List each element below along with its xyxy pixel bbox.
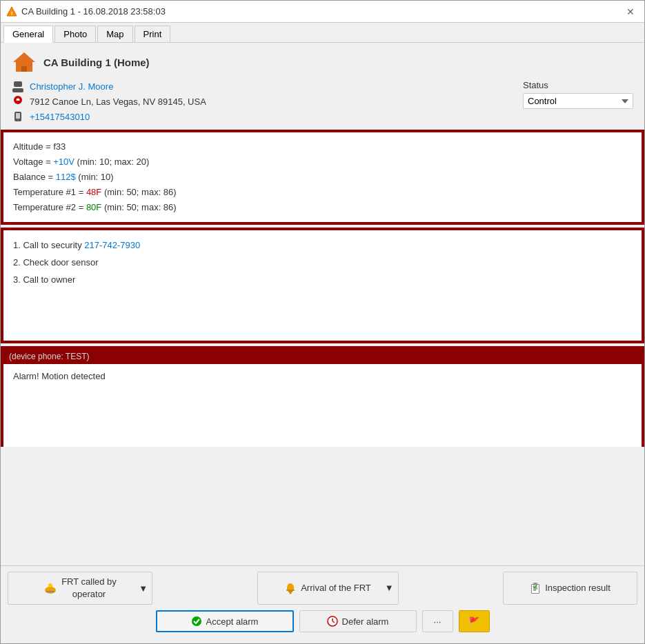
inspection-label: Inspection result xyxy=(545,583,611,593)
content-area: CA Building 1 (Home) Christopher J. Moor… xyxy=(1,43,644,643)
device-alarm-section: (device phone: TEST) Alarm! Motion detec… xyxy=(1,346,644,447)
defer-icon xyxy=(327,616,338,627)
svg-rect-18 xyxy=(286,590,295,591)
title-bar: ! CA Building 1 - 16.08.2018 23:58:03 ✕ xyxy=(1,1,644,23)
actions-box: 1. Call to security 217-742-7930 2. Chec… xyxy=(3,230,642,341)
defer-label: Defer alarm xyxy=(342,616,389,627)
person-icon xyxy=(12,80,24,92)
title-text: CA Building 1 - 16.08.2018 23:58:03 xyxy=(21,6,166,17)
action-1: 1. Call to security 217-742-7930 xyxy=(13,237,632,254)
status-select[interactable]: Control Armed Disarmed Alert xyxy=(523,93,633,109)
tab-photo[interactable]: Photo xyxy=(54,26,96,42)
action-3: 3. Call to owner xyxy=(13,272,632,289)
svg-rect-21 xyxy=(533,583,537,585)
more-button[interactable]: ··· xyxy=(422,610,453,632)
address-text: 7912 Canoe Ln, Las Vegas, NV 89145, USA xyxy=(30,97,206,107)
info-left: Christopher J. Moore 7912 Canoe Ln, Las … xyxy=(12,80,206,123)
svg-point-25 xyxy=(192,616,201,626)
location-icon xyxy=(12,95,24,108)
actions-section-border: 1. Call to security 217-742-7930 2. Chec… xyxy=(1,228,644,343)
status-label: Status xyxy=(523,80,633,90)
flag-icon: 🚩 xyxy=(468,616,479,627)
phone-icon xyxy=(12,110,24,123)
sensor-section-border: Altitude = f33 Voltage = +10V (min: 10; … xyxy=(1,130,644,225)
device-bar: (device phone: TEST) xyxy=(3,349,642,364)
button-row-2: Accept alarm Defer alarm ··· xyxy=(8,610,637,632)
owner-name: Christopher J. Moore xyxy=(30,81,113,92)
frt-label: FRT called by operator xyxy=(61,576,117,601)
phone-row: +15417543010 xyxy=(12,110,206,123)
main-window: ! CA Building 1 - 16.08.2018 23:58:03 ✕ … xyxy=(0,0,645,644)
svg-point-11 xyxy=(17,119,19,121)
arrival-label: Arrival of the FRT xyxy=(301,583,371,593)
svg-rect-5 xyxy=(12,88,23,92)
title-bar-left: ! CA Building 1 - 16.08.2018 23:58:03 xyxy=(6,6,166,17)
device-label: (device phone: TEST) xyxy=(9,352,90,361)
full-data-block: Altitude = f33 Voltage = +10V (min: 10; … xyxy=(1,130,644,565)
defer-alarm-button[interactable]: Defer alarm xyxy=(299,610,417,632)
inspection-button[interactable]: Inspection result xyxy=(503,572,637,605)
svg-rect-15 xyxy=(46,591,54,592)
svg-point-17 xyxy=(290,592,292,594)
inspection-icon xyxy=(530,582,541,594)
app-icon: ! xyxy=(6,6,17,17)
phone-text: +15417543010 xyxy=(30,112,90,122)
accept-alarm-button[interactable]: Accept alarm xyxy=(156,610,294,632)
sensor-altitude: Altitude = f33 xyxy=(13,139,632,154)
svg-rect-3 xyxy=(21,66,27,72)
action-2: 2. Check door sensor xyxy=(13,254,632,272)
tab-map[interactable]: Map xyxy=(97,26,132,42)
building-title: CA Building 1 (Home) xyxy=(43,57,150,68)
svg-point-14 xyxy=(48,583,52,587)
info-rows: Christopher J. Moore 7912 Canoe Ln, Las … xyxy=(12,80,633,123)
sensor-temp2: Temperature #2 = 80F (min: 50; max: 86) xyxy=(13,200,632,215)
address-row: 7912 Canoe Ln, Las Vegas, NV 89145, USA xyxy=(12,95,206,108)
sensor-box: Altitude = f33 Voltage = +10V (min: 10; … xyxy=(3,132,642,222)
flag-button[interactable]: 🚩 xyxy=(459,610,490,632)
svg-rect-10 xyxy=(16,113,20,119)
frt-called-button[interactable]: FRT called by operator ▼ xyxy=(8,572,152,605)
alarm-box: Alarm! Motion detected xyxy=(3,364,642,447)
alarm-text: Alarm! Motion detected xyxy=(13,371,106,381)
building-name-row: CA Building 1 (Home) xyxy=(12,50,633,74)
tab-general[interactable]: General xyxy=(3,26,53,43)
accept-icon xyxy=(191,616,202,627)
button-row-1: FRT called by operator ▼ Arrival of the … xyxy=(8,572,637,605)
info-section: CA Building 1 (Home) Christopher J. Moor… xyxy=(1,43,644,130)
status-section: Status Control Armed Disarmed Alert xyxy=(523,80,633,109)
sensor-voltage: Voltage = +10V (min: 10; max: 20) xyxy=(13,154,632,170)
svg-text:!: ! xyxy=(11,10,13,17)
arrival-dropdown-icon: ▼ xyxy=(385,583,394,593)
house-icon xyxy=(12,50,37,74)
frt-inner: FRT called by operator xyxy=(43,576,117,601)
sensor-temp1: Temperature #1 = 48F (min: 50; max: 86) xyxy=(13,185,632,200)
owner-row: Christopher J. Moore xyxy=(12,80,206,92)
siren-icon xyxy=(43,582,57,594)
accept-label: Accept alarm xyxy=(206,616,259,627)
frt-dropdown-icon: ▼ xyxy=(139,583,148,593)
tab-bar: General Photo Map Print xyxy=(1,23,644,43)
arrival-icon xyxy=(284,582,297,594)
arrival-button[interactable]: Arrival of the FRT ▼ xyxy=(257,572,399,605)
bottom-buttons: FRT called by operator ▼ Arrival of the … xyxy=(1,565,644,643)
close-button[interactable]: ✕ xyxy=(622,3,639,20)
tab-print[interactable]: Print xyxy=(135,26,171,42)
more-label: ··· xyxy=(434,616,441,627)
svg-rect-4 xyxy=(14,81,22,87)
sensor-balance: Balance = 112$ (min: 10) xyxy=(13,170,632,185)
